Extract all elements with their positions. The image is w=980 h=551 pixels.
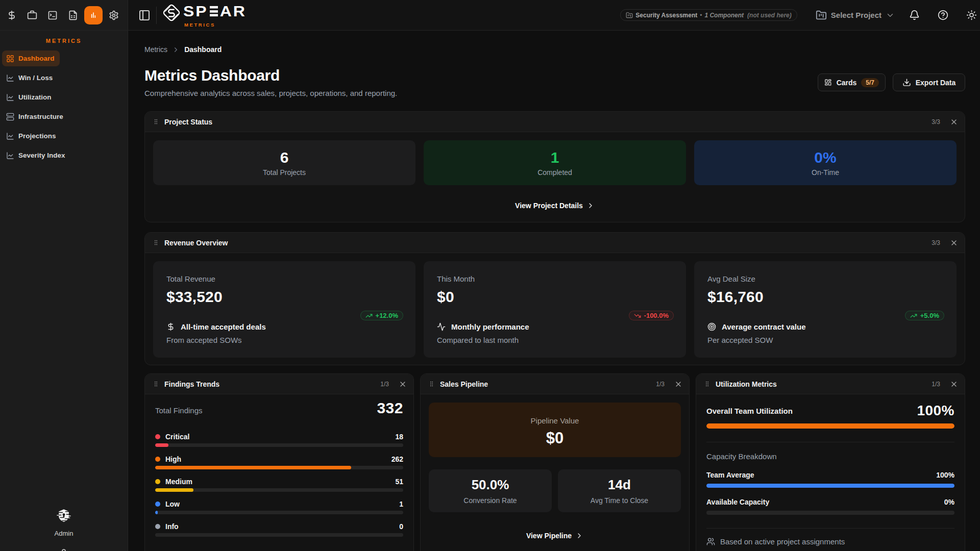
sidebar-item-utilization[interactable]: Utilization bbox=[2, 89, 57, 105]
revenue-overview-header: Revenue Overview 3/3 bbox=[145, 233, 965, 253]
revenue-subtext: From accepted SOWs bbox=[166, 336, 403, 344]
grip-vertical-icon bbox=[153, 239, 159, 246]
logo-e-glyph bbox=[210, 6, 218, 17]
close-icon[interactable] bbox=[674, 380, 682, 388]
logo-subtitle: METRICS bbox=[184, 22, 247, 28]
sidebar-section-label: METRICS bbox=[0, 38, 128, 44]
total-findings-value: 332 bbox=[377, 399, 403, 417]
layout-dashboard-icon bbox=[824, 78, 832, 87]
topbar: SPAR METRICS Security Assessment • 1 Com… bbox=[0, 0, 980, 31]
users-icon bbox=[706, 537, 715, 546]
user-name: Admin bbox=[55, 530, 74, 537]
capacity-bar bbox=[706, 511, 954, 515]
divider bbox=[706, 442, 954, 442]
dollar-icon bbox=[166, 322, 175, 331]
delta-badge: +5.0% bbox=[905, 311, 944, 320]
bar-chart-icon bbox=[88, 10, 99, 20]
revenue-caption: All-time accepted deals bbox=[166, 322, 403, 331]
export-data-button[interactable]: Export Data bbox=[893, 73, 965, 91]
revenue-caption: Monthly performance bbox=[437, 322, 674, 331]
page-header: Metrics Dashboard Comprehensive analytic… bbox=[144, 67, 965, 97]
findings-trends-card: Findings Trends 1/3 Total Findings 332 C… bbox=[144, 373, 414, 551]
total-findings-label: Total Findings bbox=[155, 406, 203, 415]
chevron-right-icon bbox=[586, 202, 595, 210]
bell-icon bbox=[909, 10, 920, 20]
sidebar-item-severity-index[interactable]: Severity Index bbox=[2, 147, 70, 163]
sidebar-item-dashboard[interactable]: Dashboard bbox=[2, 51, 60, 66]
dollar-rail-button[interactable] bbox=[3, 6, 21, 24]
page-subtitle: Comprehensive analytics across sales, pr… bbox=[144, 89, 397, 97]
trend-up-icon bbox=[365, 312, 373, 319]
breadcrumb: Metrics Dashboard bbox=[144, 45, 965, 54]
revenue-caption: Average contract value bbox=[707, 322, 944, 331]
sidebar-toggle-button[interactable] bbox=[137, 8, 152, 23]
icon-rail bbox=[0, 0, 128, 30]
project-selector[interactable]: Select Project bbox=[816, 10, 895, 21]
capacity-rows: Team Average100%Available Capacity0% bbox=[706, 470, 954, 515]
close-icon[interactable] bbox=[399, 380, 407, 388]
revenue-tile-this-month: This Month$0-100.0%Monthly performanceCo… bbox=[424, 261, 686, 358]
chart-line-icon bbox=[6, 74, 14, 82]
pipeline-value: $0 bbox=[546, 429, 564, 447]
close-icon[interactable] bbox=[950, 239, 958, 247]
pipeline-value-box: Pipeline Value $0 bbox=[429, 403, 681, 457]
help-button[interactable] bbox=[936, 8, 950, 22]
activity-icon bbox=[437, 322, 446, 331]
widget-title: Sales Pipeline bbox=[440, 380, 488, 388]
widget-title: Project Status bbox=[164, 118, 212, 126]
widget-counter: 1/3 bbox=[380, 381, 389, 388]
briefcase-rail-button[interactable] bbox=[23, 6, 41, 24]
close-icon[interactable] bbox=[950, 118, 958, 126]
bar-chart-rail-button[interactable] bbox=[84, 6, 103, 24]
sidebar-item-projections[interactable]: Projections bbox=[2, 128, 61, 144]
severity-bar bbox=[155, 466, 403, 469]
folder-kanban-icon bbox=[816, 10, 827, 21]
sales-pipeline-header: Sales Pipeline 1/3 bbox=[421, 374, 689, 394]
view-project-details-link[interactable]: View Project Details bbox=[153, 201, 957, 211]
spear-logo-icon bbox=[162, 3, 181, 22]
sidebar-item-infrastructure[interactable]: Infrastructure bbox=[2, 109, 68, 124]
trend-up-icon bbox=[910, 312, 917, 319]
stat-tile-total-projects: 6Total Projects bbox=[153, 140, 415, 185]
widget-title: Revenue Overview bbox=[164, 239, 228, 247]
sidebar-user[interactable]: Admin bbox=[0, 508, 128, 551]
theme-toggle-button[interactable] bbox=[964, 8, 978, 22]
widget-counter: 1/3 bbox=[932, 381, 940, 388]
topbar-divider bbox=[156, 7, 157, 24]
utilization-footnote: Based on active project assignments bbox=[706, 537, 954, 546]
server-icon bbox=[6, 113, 14, 121]
panel-left-icon bbox=[138, 9, 151, 21]
widget-counter: 1/3 bbox=[656, 381, 665, 388]
settings-rail-button[interactable] bbox=[105, 6, 123, 24]
chart-line-icon bbox=[6, 93, 14, 102]
dollar-icon bbox=[7, 10, 17, 20]
sidebar-nav: DashboardWin / LossUtilizationInfrastruc… bbox=[0, 51, 128, 167]
overall-utilization-bar bbox=[706, 423, 954, 429]
breadcrumb-root[interactable]: Metrics bbox=[144, 45, 167, 54]
grip-vertical-icon bbox=[704, 381, 710, 387]
close-icon[interactable] bbox=[950, 380, 958, 388]
main-content: Metrics Dashboard Metrics Dashboard Comp… bbox=[128, 31, 980, 551]
app-logo[interactable]: SPAR METRICS bbox=[162, 3, 247, 28]
cards-button[interactable]: Cards 5/7 bbox=[818, 73, 886, 91]
terminal-icon bbox=[47, 10, 58, 20]
logo-text: SPAR METRICS bbox=[183, 3, 247, 28]
revenue-subtext: Per accepted SOW bbox=[707, 336, 944, 344]
project-status-stats: 6Total Projects1Completed0%On-Time bbox=[153, 140, 957, 185]
pipeline-stat-avg-time-to-close: 14dAvg Time to Close bbox=[558, 469, 681, 512]
file-rail-button[interactable] bbox=[64, 6, 82, 24]
target-icon bbox=[707, 322, 716, 331]
terminal-rail-button[interactable] bbox=[43, 6, 62, 24]
sidebar-item-label: Dashboard bbox=[18, 55, 55, 62]
finding-row-medium: Medium51 bbox=[155, 477, 403, 492]
revenue-overview-card: Revenue Overview 3/3 Total Revenue$33,52… bbox=[144, 232, 965, 365]
logo-wordmark: SPAR bbox=[183, 4, 247, 18]
sidebar-item-win-loss[interactable]: Win / Loss bbox=[2, 70, 58, 86]
topbar-main: SPAR METRICS Security Assessment • 1 Com… bbox=[128, 0, 980, 30]
briefcase-icon bbox=[27, 10, 37, 20]
overall-utilization-value: 100% bbox=[917, 403, 954, 419]
view-pipeline-link[interactable]: View Pipeline bbox=[429, 531, 681, 541]
revenue-cards: Total Revenue$33,520+12.0%All-time accep… bbox=[153, 261, 957, 358]
notifications-button[interactable] bbox=[907, 8, 921, 22]
severity-dot bbox=[155, 457, 160, 462]
